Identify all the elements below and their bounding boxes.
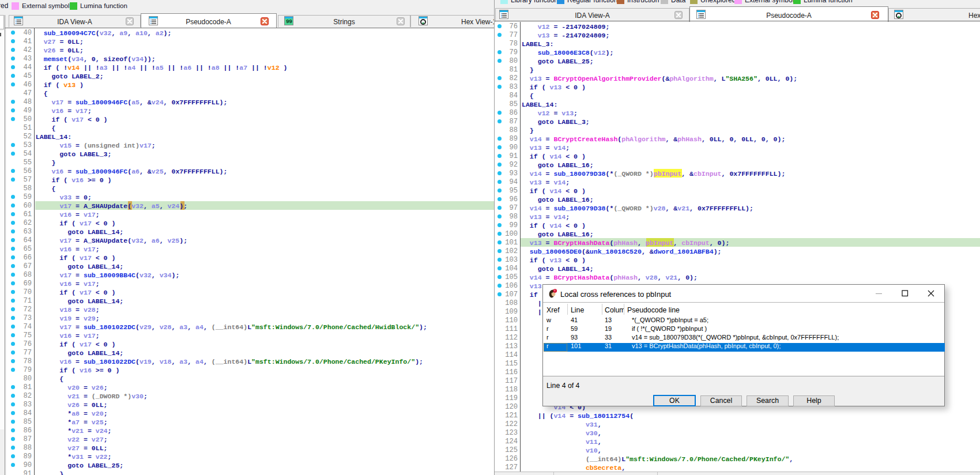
svg-text:99: 99 [286, 18, 292, 24]
